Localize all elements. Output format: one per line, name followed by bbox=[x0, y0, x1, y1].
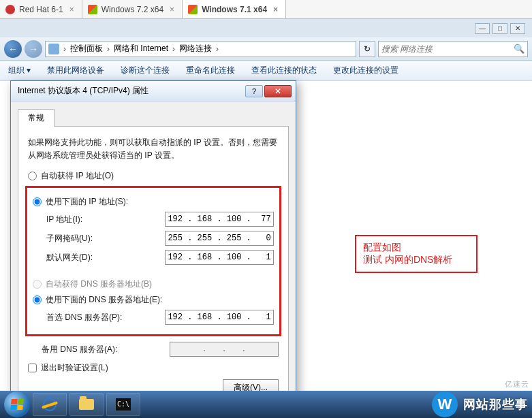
use-ip-label: 使用下面的 IP 地址(S): bbox=[46, 196, 128, 208]
vm-tab-redhat[interactable]: Red Hat 6-1 × bbox=[0, 0, 82, 18]
subnet-mask-label: 子网掩码(U): bbox=[46, 233, 165, 244]
chevron-right-icon: › bbox=[61, 44, 69, 54]
address-bar: ← → › 控制面板 › 网络和 Internet › 网络连接 › ↻ 🔍 bbox=[0, 37, 532, 61]
dialog-description: 如果网络支持此功能，则可以获取自动指派的 IP 设置。否则，您需要从网络系统管理… bbox=[28, 136, 279, 162]
watermark-text: 网站那些事 bbox=[463, 396, 528, 413]
vm-tab-label: Red Hat 6-1 bbox=[19, 5, 63, 14]
annotation-line: 配置如图 bbox=[363, 242, 469, 254]
folder-icon bbox=[79, 399, 94, 410]
watermark-badge: W bbox=[432, 391, 458, 417]
organize-menu[interactable]: 组织 ▾ bbox=[0, 65, 39, 76]
search-box[interactable]: 🔍 bbox=[378, 41, 528, 57]
status-button[interactable]: 查看此连接的状态 bbox=[243, 65, 325, 76]
start-button[interactable] bbox=[4, 391, 30, 417]
search-input[interactable] bbox=[381, 44, 514, 54]
chevron-right-icon: › bbox=[170, 44, 178, 54]
use-ip-radio[interactable] bbox=[33, 197, 42, 206]
auto-dns-label: 自动获得 DNS 服务器地址(B) bbox=[46, 278, 152, 290]
tab-general[interactable]: 常规 bbox=[18, 109, 54, 127]
highlight-box: 使用下面的 IP 地址(S): IP 地址(I): 子网掩码(U): 默认网关(… bbox=[25, 186, 281, 336]
close-button[interactable]: ✕ bbox=[510, 23, 525, 34]
chevron-right-icon: › bbox=[104, 44, 112, 54]
validate-on-exit-checkbox[interactable] bbox=[28, 364, 37, 372]
auto-ip-radio[interactable] bbox=[28, 172, 37, 180]
windows-logo-icon bbox=[10, 399, 24, 410]
rename-button[interactable]: 重命名此连接 bbox=[178, 65, 243, 76]
disable-device-button[interactable]: 禁用此网络设备 bbox=[39, 65, 112, 76]
breadcrumb-item[interactable]: 网络连接 bbox=[179, 43, 212, 54]
search-icon: 🔍 bbox=[514, 44, 525, 54]
ie-icon bbox=[43, 398, 57, 411]
linux-icon bbox=[5, 5, 15, 14]
taskbar-cmd[interactable]: C:\ bbox=[106, 393, 140, 416]
use-dns-label: 使用下面的 DNS 服务器地址(E): bbox=[46, 294, 162, 306]
vm-window-controls: — □ ✕ bbox=[475, 23, 525, 34]
auto-ip-label: 自动获得 IP 地址(O) bbox=[41, 170, 114, 182]
use-dns-radio[interactable] bbox=[33, 295, 42, 304]
vm-tab-win71[interactable]: Windows 7.1 x64 × bbox=[183, 0, 286, 18]
network-icon bbox=[48, 44, 59, 54]
windows-icon bbox=[188, 5, 198, 14]
command-bar: 组织 ▾ 禁用此网络设备 诊断这个连接 重命名此连接 查看此连接的状态 更改此连… bbox=[0, 61, 532, 81]
gateway-label: 默认网关(D): bbox=[46, 252, 165, 263]
annotation-line: 测试 内网的DNS解析 bbox=[363, 254, 469, 266]
close-button[interactable]: ✕ bbox=[264, 85, 292, 97]
close-icon[interactable]: × bbox=[271, 5, 280, 14]
alternate-dns-label: 备用 DNS 服务器(A): bbox=[42, 344, 170, 355]
forward-button[interactable]: → bbox=[25, 40, 42, 58]
breadcrumb-item[interactable]: 网络和 Internet bbox=[114, 43, 168, 54]
auto-dns-radio bbox=[33, 280, 42, 289]
dialog-title: Internet 协议版本 4 (TCP/IPv4) 属性 bbox=[18, 85, 148, 97]
diagnose-button[interactable]: 诊断这个连接 bbox=[112, 65, 178, 76]
close-icon[interactable]: × bbox=[67, 5, 76, 14]
breadcrumb[interactable]: › 控制面板 › 网络和 Internet › 网络连接 › bbox=[45, 41, 356, 57]
subnet-mask-input[interactable] bbox=[165, 231, 274, 246]
watermark: W 网站那些事 bbox=[432, 391, 532, 418]
ip-address-label: IP 地址(I): bbox=[46, 214, 165, 225]
validate-on-exit-label: 退出时验证设置(L) bbox=[41, 362, 108, 374]
settings-button[interactable]: 更改此连接的设置 bbox=[325, 65, 407, 76]
vm-tab-win72[interactable]: Windows 7.2 x64 × bbox=[82, 0, 183, 18]
taskbar-explorer[interactable] bbox=[69, 393, 104, 416]
gateway-input[interactable] bbox=[165, 250, 274, 265]
annotation-callout: 配置如图 测试 内网的DNS解析 bbox=[355, 235, 478, 273]
windows-icon bbox=[88, 5, 97, 14]
preferred-dns-input[interactable] bbox=[165, 310, 274, 325]
taskbar-ie[interactable] bbox=[33, 393, 67, 416]
ipv4-properties-dialog: Internet 协议版本 4 (TCP/IPv4) 属性 ? ✕ 常规 如果网… bbox=[10, 80, 296, 418]
alternate-dns-input[interactable] bbox=[170, 342, 279, 357]
vm-tab-bar: Red Hat 6-1 × Windows 7.2 x64 × Windows … bbox=[0, 0, 532, 19]
breadcrumb-item[interactable]: 控制面板 bbox=[70, 43, 103, 54]
help-button[interactable]: ? bbox=[245, 85, 263, 97]
maximize-button[interactable]: □ bbox=[492, 23, 507, 34]
vm-tab-label: Windows 7.2 x64 bbox=[101, 5, 163, 14]
preferred-dns-label: 首选 DNS 服务器(P): bbox=[46, 312, 165, 323]
refresh-button[interactable]: ↻ bbox=[359, 41, 375, 57]
cmd-icon: C:\ bbox=[116, 398, 131, 411]
ip-address-input[interactable] bbox=[165, 212, 274, 227]
minimize-button[interactable]: — bbox=[475, 23, 490, 34]
back-button[interactable]: ← bbox=[4, 40, 22, 58]
dialog-titlebar[interactable]: Internet 协议版本 4 (TCP/IPv4) 属性 ? ✕ bbox=[11, 81, 296, 101]
watermark-right: 亿速云 bbox=[505, 379, 529, 389]
close-icon[interactable]: × bbox=[168, 5, 176, 14]
taskbar: C:\ W 网站那些事 bbox=[0, 391, 532, 418]
chevron-right-icon: › bbox=[213, 44, 221, 54]
vm-tab-label: Windows 7.1 x64 bbox=[202, 5, 267, 14]
